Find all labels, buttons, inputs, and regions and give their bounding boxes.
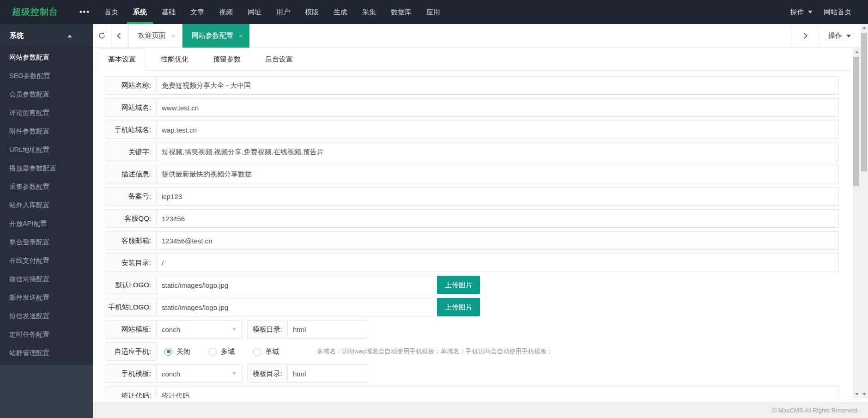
form-row: 客服邮箱:123456@test.cn [106,231,839,250]
tab-后台设置[interactable]: 后台设置 [256,48,302,70]
app-logo: 超级控制台 [0,6,79,18]
text-input[interactable]: html [288,364,367,383]
topnav-item-文章[interactable]: 文章 [183,0,212,24]
upload-image-button[interactable]: 上传图片 [437,276,480,294]
topnav-item-采集[interactable]: 采集 [355,0,383,24]
chevron-left-icon [117,33,123,39]
text-input[interactable]: 短视频,搞笑视频,视频分享,免费视频,在线视频,预告片 [157,143,839,161]
sidebar-item-微信对接配置[interactable]: 微信对接配置 [0,270,93,288]
sidebar-item-定时任务配置[interactable]: 定时任务配置 [0,325,93,344]
open-tab-欢迎页面[interactable]: 欢迎页面× [129,24,182,48]
open-tab-网站参数配置[interactable]: 网站参数配置× [182,24,249,48]
radio-option-关闭[interactable]: 关闭 [164,347,190,356]
sidebar-item-网站参数配置[interactable]: 网站参数配置 [0,48,93,67]
topnav-item-模版[interactable]: 模版 [297,0,326,24]
topnav-item-系统[interactable]: 系统 [126,0,154,24]
text-input[interactable]: wap.test.cn [157,121,839,139]
field-label: 网站域名: [106,98,157,117]
sidebar-header[interactable]: 系统 [0,24,93,48]
sidebar-item-SEO参数配置[interactable]: SEO参数配置 [0,67,93,85]
radio-circle-icon [209,348,217,356]
select-value: conch [162,370,180,378]
refresh-button[interactable] [93,24,111,48]
tab-预留参数[interactable]: 预留参数 [204,48,249,70]
close-icon[interactable]: × [239,32,243,39]
sidebar-item-会员参数配置[interactable]: 会员参数配置 [0,85,93,103]
text-input[interactable]: www.test.cn [157,98,839,117]
close-icon[interactable]: × [171,32,176,39]
window-scrollbar[interactable] [861,24,868,398]
back-button[interactable] [111,24,129,48]
text-input[interactable]: / [157,254,839,272]
scroll-up-icon[interactable] [853,48,861,56]
field-label: 手机站域名: [106,121,157,139]
text-input[interactable]: 123456 [157,209,839,228]
form-row: 手机模板:conch模板目录:html [106,364,839,383]
text-input[interactable]: static/images/logo.jpg [157,276,433,294]
chevron-down-icon [846,35,851,37]
topnav-item-生成[interactable]: 生成 [326,0,355,24]
radio-option-单域[interactable]: 单域 [253,347,279,356]
form-row: 自适应手机:关闭多域单域多域名：访问wap域名会自动使用手机模板；单域名：手机访… [106,342,839,361]
chevron-down-icon [808,11,813,13]
select-value: conch [162,326,180,333]
topnav-item-基础[interactable]: 基础 [154,0,183,24]
sidebar-item-播放器参数配置[interactable]: 播放器参数配置 [0,159,93,177]
scroll-up-icon[interactable] [861,24,868,32]
radio-circle-icon [253,348,261,356]
template-select[interactable]: conch [157,320,243,339]
topnav-item-用户[interactable]: 用户 [269,0,297,24]
settings-page: 基本设置性能优化预留参数后台设置 网站名称:免费短视频分享大全 - 大中国网站域… [93,48,853,398]
sidebar-item-在线支付配置[interactable]: 在线支付配置 [0,251,93,270]
text-input[interactable]: 统计代码 [157,387,839,398]
form-row: 关键字:短视频,搞笑视频,视频分享,免费视频,在线视频,预告片 [106,143,839,161]
text-input[interactable]: icp123 [157,187,839,206]
sidebar-header-title: 系统 [10,31,24,40]
radio-circle-icon [164,348,172,356]
tab-actions-dropdown[interactable]: 操作 [818,24,861,48]
more-menu-icon[interactable]: ••• [79,8,97,16]
topnav-item-数据库[interactable]: 数据库 [383,0,419,24]
collapse-up-icon [67,35,72,37]
upload-image-button[interactable]: 上传图片 [437,298,480,316]
page-scrollbar[interactable] [853,48,861,398]
sidebar-item-短信发送配置[interactable]: 短信发送配置 [0,307,93,325]
sidebar-item-站外入库配置[interactable]: 站外入库配置 [0,196,93,214]
sidebar-item-评论留言配置[interactable]: 评论留言配置 [0,103,93,122]
topnav-item-网址[interactable]: 网址 [240,0,269,24]
template-select[interactable]: conch [157,364,243,383]
sidebar-item-采集参数配置[interactable]: 采集参数配置 [0,177,93,196]
text-input[interactable]: 免费短视频分享大全 - 大中国 [157,76,839,95]
radio-dot [255,350,259,353]
chevron-right-icon [801,33,807,39]
text-input[interactable]: 提供最新最快的视频分享数据 [157,165,839,183]
scroll-down-icon[interactable] [853,390,861,398]
tab-性能优化[interactable]: 性能优化 [152,48,197,70]
sidebar-item-开放API配置[interactable]: 开放API配置 [0,214,93,233]
page-scrollbar-thumb[interactable] [853,57,859,186]
text-input[interactable]: 123456@test.cn [157,231,839,250]
field-hint: 多域名：访问wap域名会自动使用手机模板；单域名：手机访问会自动使用手机模板； [317,347,553,356]
active-underline [127,22,153,24]
sidebar-item-站群管理配置[interactable]: 站群管理配置 [0,344,93,362]
window-scrollbar-thumb[interactable] [861,33,867,171]
text-input[interactable]: static/images/logo.jpg [157,298,433,316]
text-input[interactable]: html [288,320,367,339]
form-row: 统计代码:统计代码 [106,387,839,398]
radio-option-多域[interactable]: 多域 [209,347,235,356]
main-content: 欢迎页面×网站参数配置× 操作 基本设置性能优化预留参数后台设置 网站名称:免费… [93,24,861,402]
form-row: 手机站域名:wap.test.cn [106,121,839,139]
sidebar-item-邮件发送配置[interactable]: 邮件发送配置 [0,288,93,307]
topnav-item-视频[interactable]: 视频 [212,0,240,24]
sidebar-item-附件参数配置[interactable]: 附件参数配置 [0,122,93,140]
tab-基本设置[interactable]: 基本设置 [99,48,145,71]
scroll-down-icon[interactable] [861,390,868,398]
sidebar-item-URL地址配置[interactable]: URL地址配置 [0,140,93,159]
field-label: 描述信息: [106,165,157,183]
site-home-link[interactable]: 网站首页 [824,8,851,17]
topnav-item-应用[interactable]: 应用 [419,0,448,24]
forward-button[interactable] [791,24,818,48]
topnav-item-首页[interactable]: 首页 [97,0,126,24]
sidebar-item-整合登录配置[interactable]: 整合登录配置 [0,233,93,251]
topbar-action-dropdown[interactable]: 操作 [790,8,813,17]
